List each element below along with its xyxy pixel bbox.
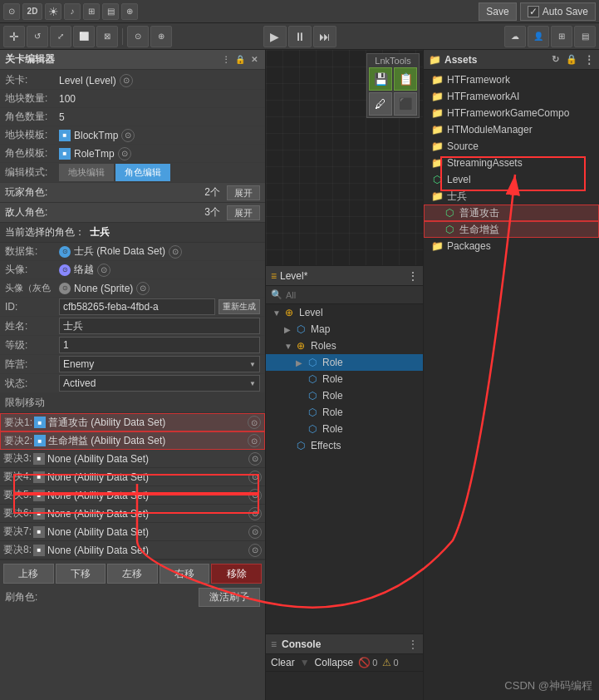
skill-end-icon-7[interactable]: ⊙ xyxy=(248,525,262,539)
move-right-btn[interactable]: 右移 xyxy=(160,564,210,584)
collab-btn[interactable]: ☁ xyxy=(504,26,526,47)
edit-tab-block[interactable]: 地块编辑 xyxy=(59,164,114,181)
lnk-tools-title: LnkTools xyxy=(369,56,417,66)
assets-item-0[interactable]: 📁HTFramework xyxy=(424,71,599,88)
hierarchy-item-3[interactable]: ▶⬡Role xyxy=(266,354,423,371)
assets-item-9[interactable]: ⬡生命增益 xyxy=(424,221,599,238)
char-template-select-icon[interactable]: ⊙ xyxy=(118,147,131,160)
hierarchy-item-2[interactable]: ▼⊕Roles xyxy=(266,338,423,354)
assets-item-2[interactable]: 📁HTFrameworkGameCompo xyxy=(424,105,599,121)
move-left-btn[interactable]: 左移 xyxy=(107,564,158,584)
skill-end-icon-2[interactable]: ⊙ xyxy=(248,434,261,447)
panel-menu-icon[interactable]: ⋮ xyxy=(220,54,232,66)
level-num-label: 等级: xyxy=(5,338,59,352)
scale-tool-btn[interactable]: ⤢ xyxy=(50,26,71,47)
assets-item-1[interactable]: 📁HTFrameworkAI xyxy=(424,88,599,105)
assets-refresh-icon[interactable]: ↻ xyxy=(552,54,559,65)
perspective-toggle[interactable]: ⊙ xyxy=(3,3,20,20)
toolbar-sep-1 xyxy=(122,28,123,45)
portrait-select-icon[interactable]: ⊙ xyxy=(97,264,110,277)
tree-label-3: Role xyxy=(322,357,343,368)
skill-end-icon-6[interactable]: ⊙ xyxy=(248,507,262,520)
block-template-select-icon[interactable]: ⊙ xyxy=(121,129,135,142)
hierarchy-item-7[interactable]: ⬡Role xyxy=(266,421,423,437)
assets-item-3[interactable]: 📁HTModuleManager xyxy=(424,121,599,138)
skill-label-6: 要决6: xyxy=(3,506,33,520)
view-toggle[interactable]: ▤ xyxy=(102,3,119,20)
hierarchy-item-6[interactable]: ⬡Role xyxy=(266,404,423,421)
layout-btn[interactable]: ▤ xyxy=(574,26,596,47)
id-input[interactable] xyxy=(59,298,215,315)
assets-item-5[interactable]: 📁StreamingAssets xyxy=(424,155,599,171)
regenerate-id-btn[interactable]: 重新生成 xyxy=(218,299,260,314)
move-down-btn[interactable]: 下移 xyxy=(56,564,106,584)
move-up-btn[interactable]: 上移 xyxy=(3,564,54,584)
lnk-tool-2[interactable]: 📋 xyxy=(394,67,417,91)
assets-item-4[interactable]: 📁Source xyxy=(424,138,599,155)
move-tool-btn[interactable]: ✛ xyxy=(3,26,25,47)
hierarchy-menu-icon[interactable]: ⋮ xyxy=(408,270,418,282)
assets-item-7[interactable]: 📁士兵 xyxy=(424,188,599,205)
hierarchy-item-1[interactable]: ▶⬡Map xyxy=(266,321,423,338)
enemy-chars-expand-btn[interactable]: 展开 xyxy=(227,205,260,220)
panel-close-icon[interactable]: ✕ xyxy=(248,54,260,66)
autosave-checkbox[interactable]: ✓ xyxy=(528,6,539,17)
assets-icon-6: ⬡ xyxy=(430,173,444,186)
level-num-input[interactable] xyxy=(59,337,260,353)
portrait-gray-select-icon[interactable]: ⊙ xyxy=(136,282,150,295)
level-select-icon[interactable]: ⊙ xyxy=(120,74,133,87)
status-dropdown[interactable]: Actived ▼ xyxy=(59,375,260,392)
rect-tool-btn[interactable]: ⬜ xyxy=(73,26,95,47)
autosave-toggle[interactable]: ✓ Auto Save xyxy=(520,2,596,21)
skill-end-icon-3[interactable]: ⊙ xyxy=(248,452,262,466)
rotate-tool-btn[interactable]: ↺ xyxy=(27,26,48,47)
global-btn[interactable]: ⊕ xyxy=(150,26,172,47)
hierarchy-item-5[interactable]: ⬡Role xyxy=(266,387,423,404)
id-row: ID: 重新生成 xyxy=(0,298,265,317)
skill-end-icon-5[interactable]: ⊙ xyxy=(248,489,262,502)
pause-btn[interactable]: ⏸ xyxy=(288,26,312,47)
assets-item-6[interactable]: ⬡Level xyxy=(424,171,599,188)
play-btn[interactable]: ▶ xyxy=(263,26,287,47)
save-button[interactable]: Save xyxy=(479,2,516,21)
layers-btn[interactable]: ⊞ xyxy=(551,26,572,47)
extra-toggle[interactable]: ⊕ xyxy=(121,3,138,20)
step-btn[interactable]: ⏭ xyxy=(313,26,336,47)
lnk-tool-1[interactable]: 💾 xyxy=(369,67,392,91)
lnk-tool-3[interactable]: 🖊 xyxy=(369,92,392,116)
account-btn[interactable]: 👤 xyxy=(528,26,549,47)
panel-lock-icon[interactable]: 🔒 xyxy=(234,54,246,66)
edit-tab-char[interactable]: 角色编辑 xyxy=(115,164,170,181)
skill-end-icon-4[interactable]: ⊙ xyxy=(248,471,262,484)
hierarchy-item-0[interactable]: ▼⊕Level xyxy=(266,304,423,321)
hierarchy-search-input[interactable] xyxy=(286,290,418,300)
camp-dropdown[interactable]: Enemy ▼ xyxy=(59,356,260,372)
console-collapse-btn[interactable]: Collapse xyxy=(315,657,354,668)
hierarchy-item-4[interactable]: ⬡Role xyxy=(266,371,423,387)
viewport-area[interactable]: LnkTools 💾 📋 🖊 ⬛ xyxy=(266,50,423,266)
transform-tool-btn[interactable]: ⊠ xyxy=(96,26,118,47)
audio-toggle[interactable]: ♪ xyxy=(64,3,81,20)
activate-btn[interactable]: 激活刷子 xyxy=(199,588,260,607)
panel-title: 关卡编辑器 xyxy=(5,52,220,67)
skill-label-3: 要决3: xyxy=(3,451,33,466)
light-toggle[interactable]: ☀ xyxy=(45,3,61,20)
gizmo-toggle[interactable]: ⊞ xyxy=(83,3,100,20)
2d-toggle[interactable]: 2D xyxy=(22,3,42,20)
dataset-select-icon[interactable]: ⊙ xyxy=(169,245,182,259)
player-chars-expand-btn[interactable]: 展开 xyxy=(227,185,260,200)
player-chars-row: 玩家角色: 2个 展开 xyxy=(0,183,265,203)
remove-btn[interactable]: 移除 xyxy=(211,564,262,584)
assets-menu-icon[interactable]: ⋮ xyxy=(584,54,594,66)
name-input[interactable] xyxy=(59,318,260,334)
console-clear-btn[interactable]: Clear xyxy=(271,657,295,668)
skill-end-icon-8[interactable]: ⊙ xyxy=(248,544,262,557)
assets-item-10[interactable]: 📁Packages xyxy=(424,238,599,254)
assets-lock-icon[interactable]: 🔒 xyxy=(566,54,577,65)
console-menu-icon[interactable]: ⋮ xyxy=(408,638,418,650)
lnk-tool-4[interactable]: ⬛ xyxy=(394,92,417,116)
pivot-btn[interactable]: ⊙ xyxy=(127,26,149,47)
hierarchy-item-8[interactable]: ⬡Effects xyxy=(266,437,423,454)
skill-end-icon-1[interactable]: ⊙ xyxy=(248,416,261,429)
assets-item-8[interactable]: ⬡普通攻击 xyxy=(424,205,599,221)
